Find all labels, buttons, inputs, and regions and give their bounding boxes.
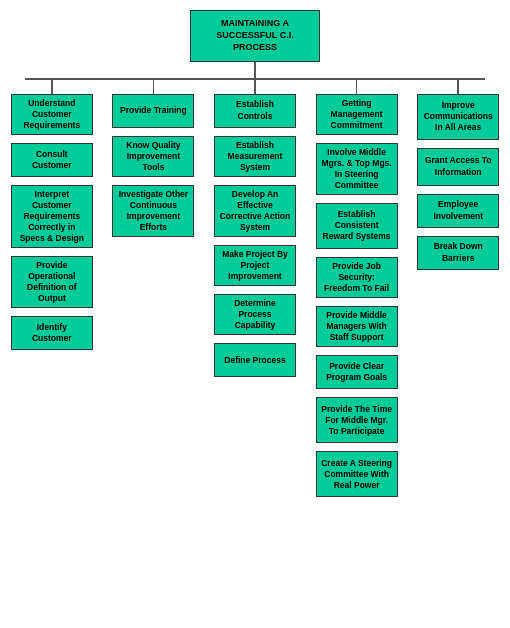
- main-layout: MAINTAINING A SUCCESSFUL C.I. PROCESS Un…: [4, 10, 506, 501]
- tree-body: Understand Customer Requirements Consult…: [4, 80, 506, 502]
- col2-nodes: Provide Training Know Quality Improvemen…: [112, 94, 194, 241]
- col3-node-2: Develop An Effective Corrective Action S…: [214, 185, 296, 237]
- root-v-line: [254, 62, 256, 78]
- col4-node-5: Provide Clear Program Goals: [316, 355, 398, 389]
- col5-node-1: Grant Access To Information: [417, 148, 499, 186]
- col3-node-4: Determine Process Capability: [214, 294, 296, 335]
- col4-node-2: Establish Consistent Reward Systems: [316, 203, 398, 249]
- column-5: Improve Communications In All Areas Gran…: [410, 80, 506, 274]
- col4-node-7: Create A Steering Committee With Real Po…: [316, 451, 398, 497]
- column-4: Getting Management Commitment Involve Mi…: [309, 80, 405, 502]
- col3-nodes: Establish Controls Establish Measurement…: [214, 94, 296, 382]
- col4-node-6: Provide The Time For Middle Mgr. To Part…: [316, 397, 398, 443]
- col1-v-top: [51, 80, 53, 94]
- column-2: Provide Training Know Quality Improvemen…: [106, 80, 202, 241]
- column-1: Understand Customer Requirements Consult…: [4, 80, 100, 355]
- col3-v-top: [254, 80, 256, 94]
- col5-nodes: Improve Communications In All Areas Gran…: [417, 94, 499, 274]
- col5-node-3: Break Down Barriers: [417, 236, 499, 270]
- col3-node-0: Establish Controls: [214, 94, 296, 128]
- col4-node-4: Provide Middle Managers With Staff Suppo…: [316, 306, 398, 347]
- chart-container: MAINTAINING A SUCCESSFUL C.I. PROCESS Un…: [0, 0, 510, 511]
- col5-node-2: Employee Involvement: [417, 194, 499, 228]
- col3-node-3: Make Project By Project Improvement: [214, 245, 296, 286]
- col4-v-top: [356, 80, 358, 94]
- col4-node-0: Getting Management Commitment: [316, 94, 398, 135]
- column-3: Establish Controls Establish Measurement…: [207, 80, 303, 382]
- col5-node-0: Improve Communications In All Areas: [417, 94, 499, 140]
- col2-node-1: Know Quality Improvement Tools: [112, 136, 194, 177]
- col1-nodes: Understand Customer Requirements Consult…: [11, 94, 93, 355]
- col2-v-top: [153, 80, 155, 94]
- col3-node-1: Establish Measurement System: [214, 136, 296, 177]
- col3-node-5: Define Process: [214, 343, 296, 377]
- col1-node-1: Consult Customer: [11, 143, 93, 177]
- col1-node-0: Understand Customer Requirements: [11, 94, 93, 135]
- col1-node-2: Interpret Customer Requirements Correctl…: [11, 185, 93, 248]
- col5-v-top: [457, 80, 459, 94]
- col2-node-2: Investigate Other Continuous Improvement…: [112, 185, 194, 237]
- col4-nodes: Getting Management Commitment Involve Mi…: [316, 94, 398, 502]
- root-area: MAINTAINING A SUCCESSFUL C.I. PROCESS: [25, 10, 485, 80]
- col4-node-1: Involve Middle Mgrs. & Top Mgs. In Steer…: [316, 143, 398, 195]
- col1-node-3: Provide Operational Definition of Output: [11, 256, 93, 308]
- root-node: MAINTAINING A SUCCESSFUL C.I. PROCESS: [190, 10, 320, 62]
- col1-node-4: Identify Customer: [11, 316, 93, 350]
- col4-node-3: Provide Job Security: Freedom To Fail: [316, 257, 398, 298]
- col2-node-0: Provide Training: [112, 94, 194, 128]
